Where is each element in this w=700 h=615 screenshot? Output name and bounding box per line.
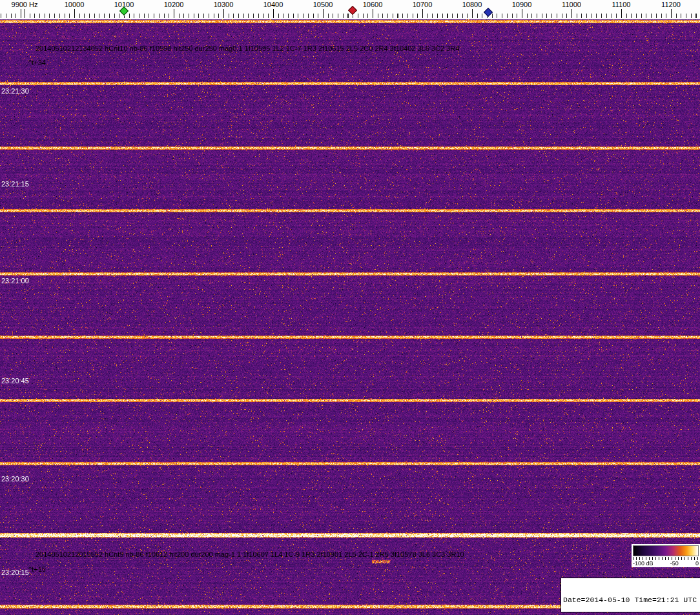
color-gradient-bar [633, 545, 699, 556]
spectrogram-overlay: -100 dB -50 0 Date=2014-05-10 Time=21:21… [0, 0, 700, 615]
event-annotation: 20140510212015552 hCnt9 nb-86 f10612 hit… [36, 550, 464, 558]
time-label: 23:20:45 [1, 377, 29, 385]
color-scale-legend: -100 dB -50 0 [632, 544, 700, 567]
legend-label-mid: -50 [670, 560, 679, 567]
time-label: 23:21:30 [1, 87, 29, 95]
meteor-echo-display: 9900 Hz100001010010200103001040010500106… [0, 0, 700, 615]
info-date-line: Date=2014-05-10 Time=21:21 UTC [563, 596, 698, 604]
station-info-box: Date=2014-05-10 Time=21:21 UTC Freq=143 … [561, 578, 700, 612]
legend-label-min: -100 dB [633, 560, 654, 567]
event-annotation: ^t+15 [28, 565, 46, 573]
legend-labels: -100 dB -50 0 [633, 560, 699, 567]
time-label: 23:20:30 [1, 475, 29, 483]
time-label: 23:21:15 [1, 180, 29, 188]
time-label: 23:20:15 [1, 569, 29, 576]
event-annotation: 20140510212134052 hCnt10 nb-86 f10598 hi… [36, 45, 459, 52]
legend-label-max: 0 [695, 560, 699, 567]
event-annotation: ^t+34 [28, 59, 46, 66]
time-label: 23:21:00 [1, 277, 29, 285]
